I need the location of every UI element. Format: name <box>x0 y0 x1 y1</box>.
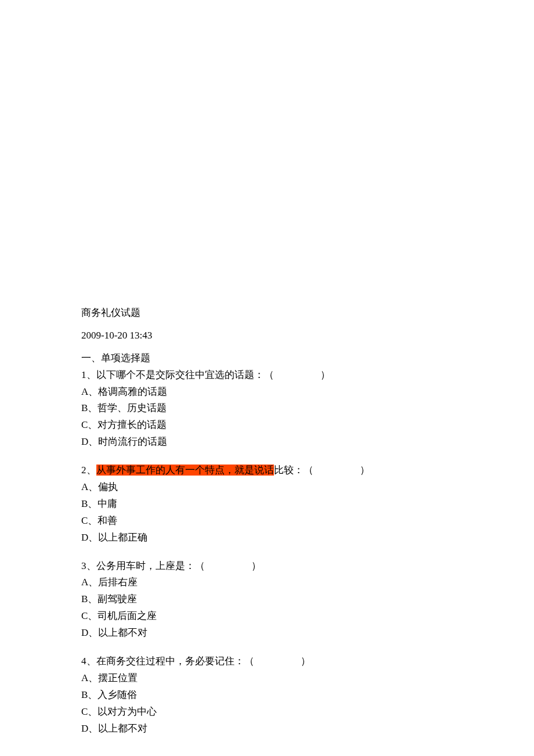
question-3: 3、公务用车时，上座是：（） A、后排右座 B、副驾驶座 C、司机后面之座 D、… <box>81 558 534 642</box>
question-4-option-b: B、入乡随俗 <box>81 687 534 704</box>
question-2: 2、从事外事工作的人有一个特点，就是说话比较：（） A、偏执 B、中庸 C、和善… <box>81 462 534 546</box>
question-2-option-d: D、以上都正确 <box>81 530 534 546</box>
question-4-option-a: A、摆正位置 <box>81 670 534 687</box>
question-2-text: 2、从事外事工作的人有一个特点，就是说话比较：（） <box>81 462 534 479</box>
document-timestamp: 2009-10-20 13:43 <box>81 327 534 344</box>
question-1-option-b: B、哲学、历史话题 <box>81 400 534 417</box>
question-4: 4、在商务交往过程中，务必要记住：（） A、摆正位置 B、入乡随俗 C、以对方为… <box>81 653 534 737</box>
question-3-option-c: C、司机后面之座 <box>81 608 534 625</box>
question-1-option-d: D、时尚流行的话题 <box>81 434 534 451</box>
question-4-option-c: C、以对方为中心 <box>81 704 534 721</box>
question-2-option-b: B、中庸 <box>81 496 534 513</box>
section-header: 一、单项选择题 <box>81 350 534 367</box>
question-4-text: 4、在商务交往过程中，务必要记住：（） <box>81 653 534 670</box>
question-2-option-a: A、偏执 <box>81 479 534 496</box>
question-1-option-c: C、对方擅长的话题 <box>81 417 534 434</box>
highlighted-text: 从事外事工作的人有一个特点，就是说话 <box>96 465 274 476</box>
question-3-text: 3、公务用车时，上座是：（） <box>81 558 534 575</box>
question-4-option-d: D、以上都不对 <box>81 721 534 737</box>
question-1-option-a: A、格调高雅的话题 <box>81 384 534 401</box>
question-1-text: 1、以下哪个不是交际交往中宜选的话题：（） <box>81 367 534 384</box>
question-3-option-a: A、后排右座 <box>81 574 534 591</box>
document-title: 商务礼仪试题 <box>81 305 534 322</box>
question-2-option-c: C、和善 <box>81 513 534 530</box>
question-1: 1、以下哪个不是交际交往中宜选的话题：（） A、格调高雅的话题 B、哲学、历史话… <box>81 367 534 451</box>
question-3-option-d: D、以上都不对 <box>81 625 534 642</box>
question-3-option-b: B、副驾驶座 <box>81 591 534 608</box>
